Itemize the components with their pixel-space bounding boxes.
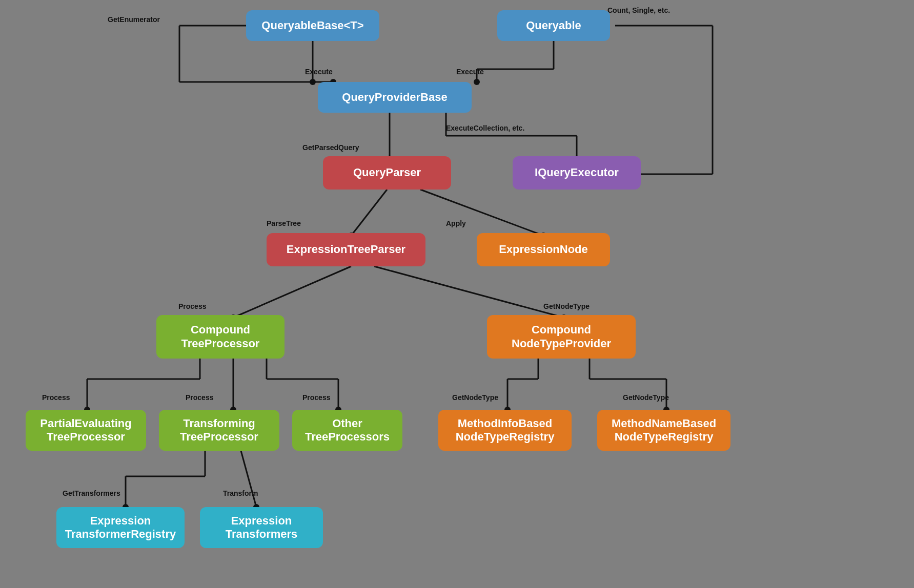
label-count-single: Count, Single, etc. [607, 6, 670, 14]
label-process1: Process [178, 302, 206, 310]
node-query-parser: QueryParser [323, 156, 451, 190]
label-process-center: Process [186, 393, 213, 402]
label-execute-right: Execute [456, 68, 484, 76]
svg-point-9 [474, 79, 480, 85]
label-execute-collection: ExecuteCollection, etc. [446, 124, 524, 132]
svg-line-22 [420, 190, 543, 236]
node-expression-node: ExpressionNode [477, 233, 610, 266]
label-get-parsed-query: GetParsedQuery [302, 143, 359, 152]
node-queryable: Queryable [497, 10, 610, 41]
label-transform: Transform [223, 489, 258, 497]
node-expression-transformer-registry: ExpressionTransformerRegistry [56, 507, 185, 548]
label-apply: Apply [446, 219, 466, 227]
node-queryable-base: QueryableBase<T> [246, 10, 379, 41]
node-partial-evaluating: PartialEvaluatingTreeProcessor [26, 410, 146, 451]
label-get-transformers: GetTransformers [63, 489, 120, 497]
label-get-node-type1: GetNodeType [543, 302, 590, 310]
node-query-provider-base: QueryProviderBase [318, 82, 472, 113]
node-transforming-tree-processor: TransformingTreeProcessor [159, 410, 279, 451]
label-execute-left: Execute [305, 68, 333, 76]
label-process-right: Process [302, 393, 330, 402]
node-other-tree-processors: OtherTreeProcessors [292, 410, 402, 451]
svg-line-20 [351, 190, 387, 236]
label-get-enumerator: GetEnumerator [108, 15, 160, 24]
node-expression-tree-parser: ExpressionTreeParser [267, 233, 425, 266]
label-parse-tree: ParseTree [267, 219, 301, 227]
svg-point-1 [310, 79, 316, 85]
svg-line-24 [233, 266, 351, 318]
label-get-node-type-right: GetNodeType [623, 393, 669, 402]
node-method-info-based: MethodInfoBasedNodeTypeRegistry [438, 410, 572, 451]
node-iquery-executor: IQueryExecutor [513, 156, 641, 190]
diagram: GetEnumerator Count, Single, etc. Execut… [0, 0, 914, 588]
node-compound-tree-processor: CompoundTreeProcessor [156, 315, 285, 359]
node-compound-node-type-provider: CompoundNodeTypeProvider [487, 315, 636, 359]
label-get-node-type-left: GetNodeType [452, 393, 498, 402]
label-process-left: Process [42, 393, 70, 402]
svg-line-50 [241, 451, 256, 507]
node-expression-transformers: ExpressionTransformers [200, 507, 323, 548]
node-method-name-based: MethodNameBasedNodeTypeRegistry [597, 410, 730, 451]
svg-line-26 [374, 266, 564, 318]
